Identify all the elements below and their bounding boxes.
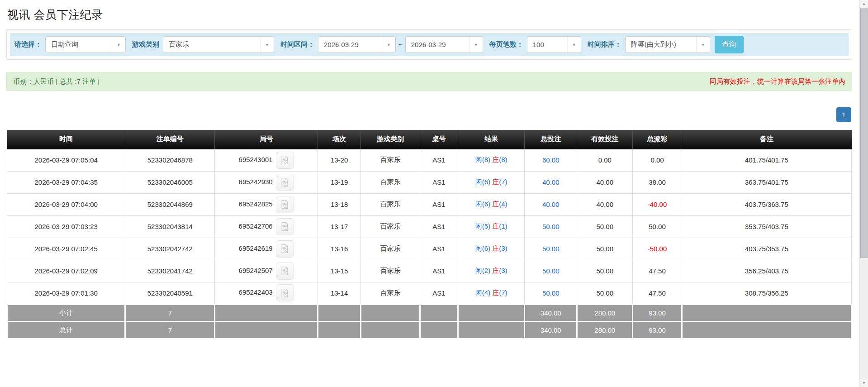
time-cell: 2026-03-29 07:02:45: [7, 238, 125, 260]
time-cell: 2026-03-29 07:01:30: [7, 282, 125, 304]
game-type-select[interactable]: 百家乐 ▼: [163, 36, 274, 53]
date-from-select[interactable]: 2026-03-29 ▼: [318, 36, 396, 53]
page-button-1[interactable]: 1: [836, 107, 851, 122]
time-cell: 2026-03-29 07:04:35: [7, 171, 125, 193]
player-result: 闲(4): [475, 289, 490, 296]
remark-cell: 401.75/401.75: [682, 149, 851, 171]
total-table-no-cell: [420, 321, 458, 339]
table-row: 2026-03-29 07:02:45523302042742695242619…: [7, 238, 852, 260]
chevron-down-icon[interactable]: ▼: [112, 37, 125, 53]
scroll-up-arrow-icon[interactable]: ▲: [860, 0, 868, 8]
vertical-scrollbar[interactable]: ▲ ▼: [859, 0, 868, 387]
payout-cell: -40.00: [633, 193, 682, 215]
bet-id-cell: 523302046005: [125, 171, 215, 193]
valid-bet-cell: 0.00: [577, 149, 633, 171]
valid-bet-cell: 40.00: [577, 171, 633, 193]
video-replay-button[interactable]: [276, 196, 294, 213]
video-replay-button[interactable]: [276, 284, 294, 301]
game-type-cell: 百家乐: [361, 149, 420, 171]
total-bet-cell: 40.00: [525, 171, 577, 193]
session-cell: 13-16: [318, 238, 361, 260]
banker-result: 庄: [492, 267, 499, 274]
video-replay-button[interactable]: [276, 263, 294, 280]
game-type-cell: 百家乐: [361, 282, 420, 304]
video-file-icon: [280, 244, 289, 253]
remark-cell: 308.75/356.25: [682, 282, 851, 304]
video-replay-button[interactable]: [276, 174, 294, 191]
result-cell: 闲(6) 庄(4): [458, 193, 524, 215]
subtotal-total-bet-cell: 340.00: [525, 304, 577, 321]
date-from-value: 2026-03-29: [318, 37, 382, 53]
remark-cell: 363.75/401.75: [682, 171, 851, 193]
video-replay-button[interactable]: [276, 152, 294, 169]
result-cell: 闲(6) 庄(7): [458, 171, 524, 193]
table-row: 2026-03-29 07:04:35523302046005695242930…: [7, 171, 852, 193]
scrollbar-thumb[interactable]: [860, 8, 868, 258]
game-type-cell: 百家乐: [361, 238, 420, 260]
payout-cell: 50.00: [633, 215, 682, 238]
chevron-down-icon[interactable]: ▼: [567, 37, 581, 53]
bet-id-cell: 523302040591: [125, 282, 215, 304]
page: 视讯 会员下注纪录 请选择： 日期查询 ▼ 游戏类别 百家乐 ▼ 时间区间： 2…: [0, 0, 859, 339]
video-replay-button[interactable]: [276, 240, 294, 258]
table-no-cell: AS1: [420, 260, 458, 282]
total-remark-cell: [682, 321, 851, 339]
summary-bar: 币别：人民币 | 总共 :7 注单 | 同局有效投注，统一计算在该局第一张注单内: [6, 72, 852, 91]
player-result: 闲(2): [475, 267, 490, 274]
remark-cell: 403.75/353.75: [682, 238, 851, 260]
chevron-down-icon[interactable]: ▼: [696, 37, 710, 53]
round-id: 695242930: [239, 177, 273, 185]
page-size-select[interactable]: 100 ▼: [527, 36, 581, 53]
date-to-select[interactable]: 2026-03-29 ▼: [405, 36, 483, 53]
game-type-cell: 百家乐: [361, 215, 420, 238]
query-type-select[interactable]: 日期查询 ▼: [45, 36, 126, 53]
result-cell: 闲(5) 庄(1): [458, 215, 524, 238]
round-cell: 695242706: [215, 215, 318, 238]
banker-result: 庄: [492, 200, 499, 208]
player-result: 闲(6): [475, 200, 490, 208]
result-cell: 闲(2) 庄(3): [458, 260, 524, 282]
table-header: 时间注单编号局号场次游戏类别桌号结果总投注有效投注总派彩备注: [7, 130, 852, 149]
valid-bet-cell: 50.00: [577, 238, 633, 260]
table-row: 2026-03-29 07:04:00523302044869695242825…: [7, 193, 852, 215]
chevron-down-icon[interactable]: ▼: [469, 37, 483, 53]
round-id: 695242619: [239, 244, 273, 252]
table-body: 2026-03-29 07:05:04523302046878695243001…: [7, 149, 852, 304]
chevron-down-icon[interactable]: ▼: [260, 37, 274, 53]
remark-cell: 356.25/403.75: [682, 260, 851, 282]
header-row: 时间注单编号局号场次游戏类别桌号结果总投注有效投注总派彩备注: [7, 130, 852, 149]
payout-cell: 47.50: [633, 282, 682, 304]
notice-text: 同局有效投注，统一计算在该局第一张注单内: [710, 77, 845, 86]
scroll-down-arrow-icon[interactable]: ▼: [860, 379, 868, 387]
video-file-icon: [280, 177, 289, 187]
time-cell: 2026-03-29 07:05:04: [7, 149, 125, 171]
round-cell: 695242507: [215, 260, 318, 282]
payout-cell: 38.00: [633, 171, 682, 193]
chevron-down-icon[interactable]: ▼: [382, 37, 395, 53]
column-header-bet-id: 注单编号: [125, 130, 215, 149]
game-type-cell: 百家乐: [361, 171, 420, 193]
column-header-round: 局号: [215, 130, 318, 149]
video-file-icon: [280, 222, 289, 231]
column-header-time: 时间: [7, 130, 125, 149]
session-cell: 13-14: [318, 282, 361, 304]
session-cell: 13-18: [318, 193, 361, 215]
banker-result: 庄: [492, 289, 499, 296]
time-sort-select[interactable]: 降幂(由大到小) ▼: [625, 36, 710, 53]
search-button[interactable]: 查询: [715, 36, 744, 53]
summary-text: 币别：人民币 | 总共 :7 注单 |: [13, 77, 100, 86]
total-result-cell: [458, 321, 524, 339]
subtotal-valid-bet-cell: 280.00: [577, 304, 633, 321]
banker-result: 庄: [492, 178, 499, 186]
total-label-cell: 总计: [7, 321, 125, 339]
video-file-icon: [280, 266, 289, 276]
video-replay-button[interactable]: [276, 218, 294, 235]
subtotal-table-no-cell: [420, 304, 458, 321]
session-cell: 13-17: [318, 215, 361, 238]
time-sort-value: 降幂(由大到小): [626, 37, 696, 53]
total-valid-bet-cell: 280.00: [577, 321, 633, 339]
round-id: 695242507: [239, 266, 273, 274]
column-header-payout: 总派彩: [633, 130, 682, 149]
banker-points: (1): [499, 222, 507, 230]
player-result: 闲(8): [475, 156, 490, 163]
